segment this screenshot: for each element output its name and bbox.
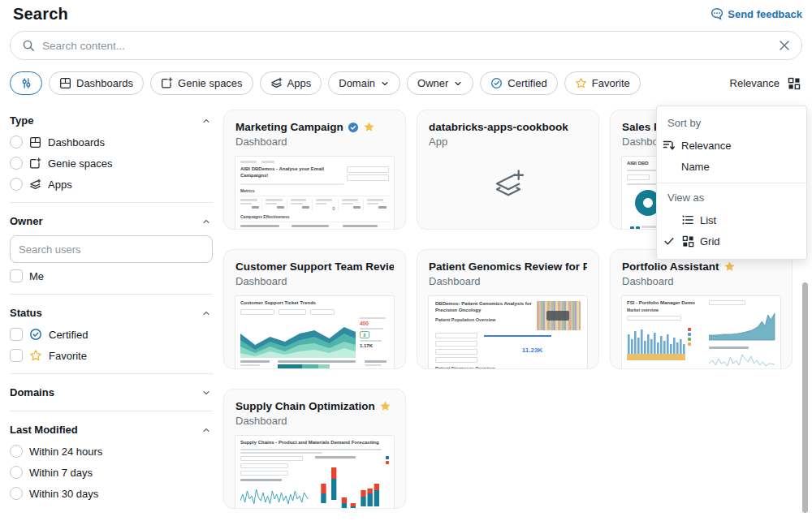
menu-item-grid[interactable]: Grid <box>657 230 806 252</box>
sort-view-menu: Sort by Relevance Name View as <box>656 105 807 260</box>
chip-dashboards[interactable]: Dashboards <box>49 71 144 95</box>
page-header: Search Send feedback <box>0 0 812 24</box>
type-option-genie-spaces[interactable]: Genie spaces <box>10 153 213 174</box>
star-icon <box>575 77 587 89</box>
section-domains-header[interactable]: Domains <box>10 381 213 403</box>
chip-certified[interactable]: Certified <box>480 71 557 95</box>
status-option-favorite[interactable]: Favorite <box>10 345 213 366</box>
thumb-title: AIBI DBDemos - Analyse your Email Campai… <box>240 166 342 181</box>
thumb-section-effectiveness: Campaigns Effectiveness <box>240 214 389 219</box>
chip-apps-label: Apps <box>287 77 312 89</box>
owner-option-me[interactable]: Me <box>10 265 213 286</box>
sort-control: Relevance <box>730 75 802 92</box>
section-domains-title: Domains <box>10 386 54 398</box>
radio[interactable] <box>10 445 23 458</box>
card-type: Dashboard <box>235 415 394 427</box>
grid-view-icon <box>788 77 801 90</box>
card-marketing-campaign[interactable]: Marketing Campaign Dashboard AIBI DBDemo… <box>223 110 406 230</box>
genie-spaces-icon <box>161 77 173 89</box>
section-status-title: Status <box>10 307 42 319</box>
line-chart <box>240 481 309 509</box>
radio[interactable] <box>10 157 23 170</box>
card-title: Customer Support Team Review <box>235 260 394 273</box>
section-type-header[interactable]: Type <box>10 110 213 131</box>
thumb-metric: 11.23K <box>522 347 542 354</box>
area-chart <box>709 308 775 342</box>
radio[interactable] <box>10 178 23 191</box>
menu-item-name[interactable]: Name <box>657 156 806 177</box>
chip-domain[interactable]: Domain <box>328 71 400 95</box>
section-last-modified-title: Last Modified <box>10 424 78 436</box>
divider <box>10 202 213 203</box>
clear-search-icon[interactable] <box>779 40 790 51</box>
certified-badge-icon <box>348 122 359 133</box>
feedback-bubble-icon <box>710 7 723 20</box>
thumb-metric-open: 400 <box>360 321 389 326</box>
section-last-modified-header[interactable]: Last Modified <box>10 419 213 441</box>
type-option-apps[interactable]: Apps <box>10 174 213 195</box>
chip-genie-spaces-label: Genie spaces <box>178 77 243 89</box>
thumb-title: Customer Support Ticket Trends <box>240 300 389 307</box>
radio[interactable] <box>10 136 23 149</box>
card-supply-chain-optimization[interactable]: Supply Chain Optimization Dashboard Supp… <box>223 389 406 509</box>
chip-owner[interactable]: Owner <box>407 71 473 95</box>
chip-favorite-label: Favorite <box>592 77 630 89</box>
area-chart <box>240 317 356 358</box>
owner-search-input[interactable] <box>10 235 213 263</box>
modified-30d-label: Within 30 days <box>29 488 98 500</box>
thumb-title: FSI - Portfolio Manager Demo <box>627 300 704 307</box>
menu-item-relevance[interactable]: Relevance <box>657 135 806 156</box>
star-icon <box>363 121 375 133</box>
card-title: Supply Chain Optimization <box>235 400 375 412</box>
chip-favorite[interactable]: Favorite <box>564 71 641 95</box>
card-portfolio-assistant[interactable]: Portfolio Assistant Dashboard FSI - Port… <box>610 249 793 369</box>
checkbox[interactable] <box>10 269 23 282</box>
page-title: Search <box>13 5 68 24</box>
modified-option-24h[interactable]: Within 24 hours <box>10 441 213 462</box>
dashboards-icon <box>59 77 71 89</box>
modified-option-7d[interactable]: Within 7 days <box>10 462 213 483</box>
star-icon <box>723 260 736 273</box>
divider <box>657 183 806 183</box>
genie-spaces-icon <box>29 157 41 170</box>
modified-option-30d[interactable]: Within 30 days <box>10 483 213 504</box>
chip-certified-label: Certified <box>508 77 546 89</box>
section-owner-title: Owner <box>10 215 42 227</box>
chip-apps[interactable]: Apps <box>260 71 322 95</box>
status-option-certified[interactable]: Certified <box>10 324 213 345</box>
section-status-header[interactable]: Status <box>10 302 213 324</box>
card-title: Portfolio Assistant <box>622 260 719 273</box>
chip-owner-label: Owner <box>417 77 448 89</box>
radio[interactable] <box>10 487 23 500</box>
card-databricks-apps-cookbook[interactable]: databricks-apps-cookbook App <box>417 110 599 230</box>
filter-toggle-button[interactable] <box>10 71 42 95</box>
sort-current-label: Relevance <box>730 77 780 89</box>
type-option-dashboards[interactable]: Dashboards <box>10 131 213 153</box>
card-type: Dashboard <box>235 136 394 148</box>
section-owner-header[interactable]: Owner <box>10 210 213 232</box>
chevron-up-icon <box>201 425 211 435</box>
bar-chart <box>627 323 685 360</box>
card-title: databricks-apps-cookbook <box>429 121 568 133</box>
chart-legend <box>386 456 389 464</box>
checkbox[interactable] <box>10 328 23 341</box>
apps-icon <box>270 77 283 89</box>
vertical-scrollbar[interactable] <box>802 282 808 513</box>
card-customer-support-team-review[interactable]: Customer Support Team Review Dashboard C… <box>223 249 406 369</box>
chevron-down-icon <box>453 79 463 88</box>
card-patient-genomics-review[interactable]: Patient Genomics Review for Pr... Dashbo… <box>417 249 599 369</box>
radio[interactable] <box>10 466 23 479</box>
thumb-sub2: Patient Diagnoses Overview <box>435 366 581 369</box>
chip-dashboards-label: Dashboards <box>76 77 133 89</box>
checkbox[interactable] <box>10 349 23 362</box>
app-stack-icon <box>491 168 525 205</box>
send-feedback-label: Send feedback <box>728 8 802 20</box>
view-options-button[interactable] <box>786 75 802 92</box>
filter-sidebar: Type Dashboards Genie spaces Apps Owner <box>10 110 213 504</box>
star-icon <box>29 349 42 362</box>
menu-item-list[interactable]: List <box>657 209 806 230</box>
search-input[interactable] <box>42 40 771 52</box>
chip-genie-spaces[interactable]: Genie spaces <box>150 71 253 95</box>
send-feedback-link[interactable]: Send feedback <box>710 5 802 20</box>
dashboard-thumbnail: DBDemos: Patient Genomics Analysis for P… <box>428 295 588 369</box>
